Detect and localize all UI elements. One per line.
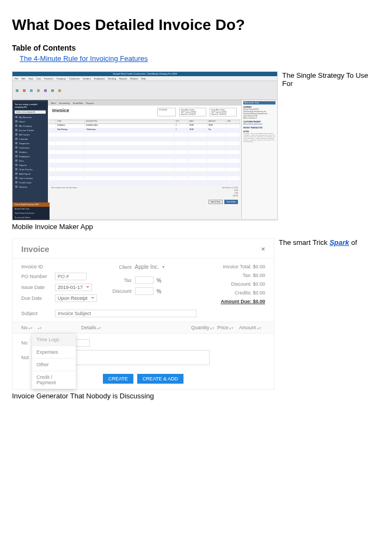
type-dropdown: Time Logs Expenses Other Credit / Paymen… (32, 334, 76, 389)
sidebar-item[interactable]: Docs (13, 158, 48, 163)
sidebar-item[interactable]: Vendors (13, 150, 48, 154)
client-value[interactable]: Apple Inc. (135, 264, 159, 270)
discount-line: Discount: $0.00 (220, 281, 265, 287)
qb-tab[interactable]: Formatting (59, 102, 70, 104)
dd-credit[interactable]: Credit / Payment (32, 371, 76, 389)
sidebar-item[interactable]: My Shortcuts (13, 115, 48, 119)
qb-ribbon (13, 81, 277, 100)
caption-below-1: Mobile Invoice Maker App (12, 223, 380, 231)
qb-save-new-button[interactable]: Save & New (224, 200, 238, 204)
create-button[interactable]: CREATE (103, 374, 133, 384)
qb-tabs: MainFormattingSend/ShipReports (48, 100, 241, 106)
qb-ship-to[interactable]: Kristy Abercrombie 5647 Cypress Hill Rd … (210, 108, 237, 116)
disc-pct: % (157, 288, 162, 294)
issue-date-select[interactable]: 2019-01-17 (55, 284, 92, 291)
th-type[interactable] (38, 325, 81, 330)
qb-cc-promo[interactable]: Accept Credit Cards (13, 207, 50, 211)
qb-window-title: Sample Rock Castle Construction - QuickB… (13, 72, 277, 76)
qb-doc-title: Invoice (52, 108, 69, 116)
qb-cust-name[interactable]: Abercrombie, Kristy (243, 101, 275, 104)
dd-time-logs[interactable]: Time Logs (32, 334, 76, 346)
th-amount[interactable]: Amount (239, 325, 265, 330)
lbl-client: Client (108, 264, 132, 270)
th-price[interactable]: Price (217, 325, 239, 330)
chevron-down-icon[interactable]: ▾ (162, 264, 164, 269)
lbl-tax: Tax (108, 278, 132, 283)
qb-notes-text: 9/15/2003 - Send Kristy estimate for den… (243, 133, 275, 143)
dd-expenses[interactable]: Expenses (32, 346, 76, 359)
qb-sec-recent: RECENT TRANSACTION (243, 127, 275, 129)
tax-line: Tax: $0.00 (220, 273, 265, 278)
sidebar-item[interactable]: Snapshots (13, 141, 48, 145)
th-no[interactable]: No (21, 325, 38, 330)
qb-customer-panel: Abercrombie, Kristy SUMMARY Phone 415-55… (241, 100, 277, 219)
lbl-issue: Issue Date (21, 285, 52, 290)
sidebar-item[interactable]: Home (13, 119, 48, 124)
qb-line-items: ITEMDESCRIPTIONQTYRATEAMOUNTTAX Installa… (49, 120, 240, 184)
caption2-prefix: The smart Trick (279, 238, 329, 247)
total-line: Invoice Total: $0.00 (220, 264, 265, 269)
qb-edit-prefs-link[interactable]: Edit customer preferences (243, 123, 275, 125)
qb-save-close-button[interactable]: Save & Close (209, 200, 223, 204)
amount-due-line: Amount Due: $0.00 (220, 299, 265, 304)
caption-right-1: The Single Strategy To Use For (282, 71, 380, 88)
create-add-button[interactable]: CREATE & ADD (137, 374, 183, 384)
due-date-select[interactable]: Upon Receipt (55, 294, 97, 302)
qb-main-area: MainFormattingSend/ShipReports Invoice 0… (48, 100, 241, 219)
discount-input[interactable] (135, 287, 154, 295)
po-input[interactable] (55, 273, 87, 280)
sidebar-item[interactable]: My Company (13, 124, 48, 128)
lbl-discount: Discount (108, 288, 132, 294)
qb-payroll-promo[interactable]: Turn on Payroll & start up to 50% (13, 202, 50, 207)
qb-date-field[interactable]: 07/15/2024 (157, 108, 176, 116)
sidebar-item[interactable]: Services (13, 184, 48, 189)
close-icon[interactable]: × (261, 245, 265, 253)
dd-other[interactable]: Other (32, 359, 76, 371)
qb-bill-to[interactable]: Kristy Abercrombie 5647 Cypress Hill Rd … (179, 108, 206, 116)
spark-link[interactable]: Spark (329, 238, 349, 247)
lbl-po: PO Number (21, 274, 52, 279)
sidebar-item[interactable]: Reports (13, 163, 48, 167)
qb-tsheets-promo[interactable]: Do more with Tsheets (13, 216, 50, 220)
qb-side-msg: You are using a sample company file (13, 102, 48, 109)
sidebar-item[interactable]: Bill Tracker (13, 132, 48, 137)
credits-line: Credits: $0.00 (220, 290, 265, 296)
qb-balance: $70.00 (222, 195, 238, 198)
lbl-subject: Subject (21, 311, 52, 316)
qb-active-est: Active estimates 0 (243, 117, 275, 119)
qb-new-company-button[interactable]: Create a new company file (15, 110, 46, 114)
qb-tab[interactable]: Main (51, 102, 56, 104)
lbl-due: Due Date (21, 296, 52, 301)
sidebar-item[interactable]: Credit Cards (13, 180, 48, 184)
qb-tab[interactable]: Send/Ship (73, 102, 83, 104)
toc-link[interactable]: The 4-Minute Rule for Invoicing Features (20, 54, 148, 63)
qb-menubar: FileEditViewListsFavoritesCompanyCustome… (13, 76, 277, 81)
page-title: What Does Detailed Invoice Do? (12, 16, 380, 34)
sidebar-item[interactable]: Add Payroll (13, 171, 48, 176)
sidebar-item[interactable]: Employees (13, 154, 48, 158)
qb-sidebar: You are using a sample company file Crea… (13, 100, 48, 219)
sidebar-item[interactable]: Order Checks (13, 167, 48, 171)
sidebar-item[interactable]: Customers (13, 145, 48, 150)
subject-input[interactable] (55, 310, 197, 317)
sidebar-item[interactable]: Income Tracker (13, 128, 48, 132)
tax-pct: % (157, 278, 162, 284)
invoice-form-screenshot: Invoice × Invoice ID PO Number Issue Dat… (12, 238, 274, 390)
lbl-note: Not (21, 355, 32, 360)
inv-title: Invoice (21, 244, 50, 254)
lbl-invoice-id: Invoice ID (21, 264, 52, 269)
th-qty[interactable]: Quantity (191, 325, 217, 330)
qb-tab[interactable]: Reports (86, 102, 94, 104)
quickbooks-screenshot: Sample Rock Castle Construction - QuickB… (12, 71, 278, 220)
caption-right-2: The smart Trick Spark of (279, 238, 357, 247)
lbl-no: No (21, 340, 32, 346)
qb-checks-promo[interactable]: Order Checks & Tax Forms (13, 211, 50, 216)
line-items-header: No Details Quantity Price Amount (13, 322, 274, 334)
caption2-suffix: of (349, 238, 357, 247)
sidebar-item[interactable]: Calendar (13, 137, 48, 141)
sidebar-item[interactable]: User Licenses (13, 176, 48, 180)
caption-below-2: Invoice Generator That Nobody is Discuss… (12, 392, 380, 400)
tax-input[interactable] (135, 276, 154, 284)
qb-memo[interactable]: Your customer can't see this unless... (51, 187, 78, 198)
th-details[interactable]: Details (81, 325, 191, 330)
